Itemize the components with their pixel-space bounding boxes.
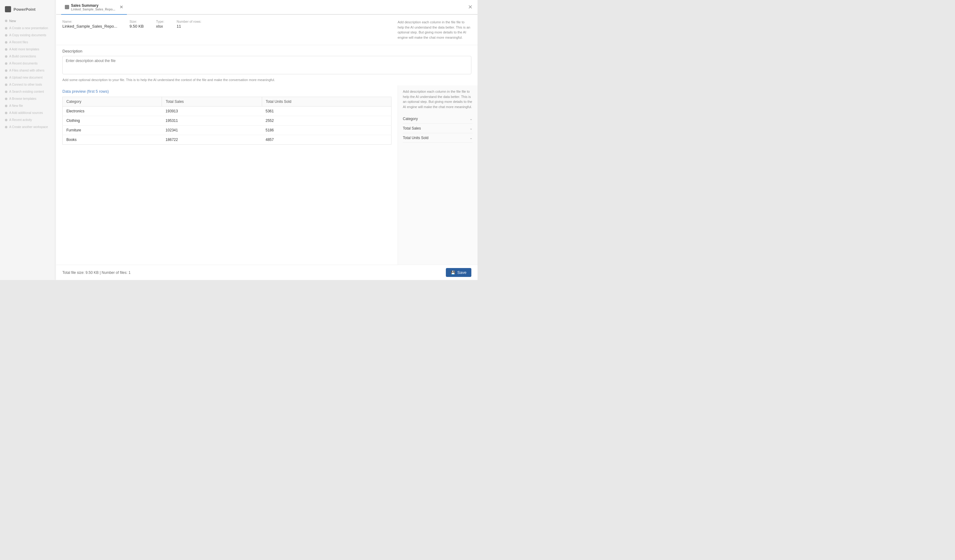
- sidebar-logo: PowerPoint: [0, 4, 55, 17]
- sidebar-dot: [5, 105, 7, 107]
- sidebar-item-label: A Add additional sources: [9, 111, 43, 114]
- sidebar-item-11: A Browse templates: [0, 95, 55, 102]
- cell-category: Electronics: [63, 106, 162, 116]
- sidebar-item-label: A Create another workspace: [9, 125, 48, 129]
- size-value: 9.50 KB: [130, 24, 144, 28]
- table-row: Clothing 195311 2552: [63, 116, 391, 126]
- file-size-item: Size: 9.50 KB: [130, 20, 144, 28]
- sidebar-dot: [5, 119, 7, 121]
- save-icon: 💾: [451, 270, 456, 275]
- sidebar-item-1: A Create a new presentation: [0, 25, 55, 32]
- modal-body: Data preview (first 5 rows) Category Tot…: [56, 85, 478, 265]
- save-label: Save: [457, 270, 467, 275]
- chevron-down-icon: ⌄: [470, 136, 473, 140]
- right-hint-text: Add description each column in the file …: [398, 20, 471, 40]
- sidebar-dot: [5, 76, 7, 79]
- modal-container: Sales Summary Linked_Sample_Sales_Repo..…: [56, 0, 478, 280]
- cell-total-sales: 195311: [162, 116, 262, 126]
- sidebar-item-label: A New file: [9, 104, 23, 108]
- sidebar-item-15: A Create another workspace: [0, 123, 55, 131]
- name-label: Name:: [63, 20, 117, 23]
- sidebar-dot: [5, 34, 7, 36]
- sidebar-item-6: A Recent documents: [0, 60, 55, 67]
- modal-tab-sales-summary[interactable]: Sales Summary Linked_Sample_Sales_Repo..…: [61, 0, 127, 15]
- modal-close-button[interactable]: ✕: [468, 4, 473, 11]
- sidebar-item-label: A Recent documents: [9, 62, 38, 65]
- tab-close-icon[interactable]: ✕: [119, 5, 123, 9]
- sidebar-dot: [5, 84, 7, 86]
- sidebar-item-2: A Copy existing documents: [0, 32, 55, 39]
- description-textarea[interactable]: [63, 56, 471, 74]
- file-name-item: Name: Linked_Sample_Sales_Repo...: [63, 20, 117, 28]
- sidebar-dot: [5, 62, 7, 65]
- column-label: Category: [403, 117, 418, 121]
- sidebar-item-14: A Recent activity: [0, 116, 55, 123]
- sidebar-dot: [5, 20, 7, 22]
- sidebar-item-10: A Search existing content: [0, 88, 55, 95]
- app-logo-text: PowerPoint: [14, 7, 36, 12]
- sidebar-dot: [5, 27, 7, 30]
- column-item[interactable]: Total Units Sold ⌄: [403, 133, 473, 143]
- sidebar-item-label: A Copy existing documents: [9, 33, 46, 37]
- sidebar-dot: [5, 48, 7, 51]
- column-item[interactable]: Total Sales ⌄: [403, 124, 473, 133]
- cell-category: Furniture: [63, 126, 162, 135]
- right-panel-hint: Add description each column in the file …: [403, 89, 473, 109]
- description-label: Description: [63, 49, 471, 53]
- type-value: xlsx: [156, 24, 164, 28]
- sidebar-item-label: A Connect to other tools: [9, 83, 42, 86]
- modal-tab-title-group: Sales Summary Linked_Sample_Sales_Repo..…: [71, 3, 115, 11]
- cell-total-sales: 186722: [162, 135, 262, 145]
- rows-label: Number of rows:: [177, 20, 202, 23]
- sidebar-item-label: A Browse templates: [9, 97, 36, 100]
- table-row: Furniture 102341 5186: [63, 126, 391, 135]
- sidebar-item-label: A Create a new presentation: [9, 27, 48, 30]
- sidebar-item-4: A Add more templates: [0, 46, 55, 53]
- name-value: Linked_Sample_Sales_Repo...: [63, 24, 117, 28]
- save-button[interactable]: 💾 Save: [446, 268, 471, 277]
- file-type-item: Type: xlsx: [156, 20, 164, 28]
- description-hint: Add some optional description to your fi…: [63, 78, 471, 82]
- footer-info: Total file size: 9.50 KB | Number of fil…: [63, 270, 131, 275]
- col-header-category: Category: [63, 97, 162, 106]
- description-section: Description Add some optional descriptio…: [56, 45, 478, 85]
- sidebar-item-7: A Files shared with others: [0, 67, 55, 74]
- sidebar-item-label: A Files shared with others: [9, 69, 45, 72]
- sidebar-item-12: A New file: [0, 102, 55, 109]
- cell-total-units-sold: 5361: [262, 106, 391, 116]
- chevron-down-icon: ⌄: [470, 117, 473, 121]
- app-logo-icon: [5, 6, 11, 12]
- sidebar-dot: [5, 90, 7, 93]
- column-item[interactable]: Category ⌄: [403, 114, 473, 124]
- sidebar-dot: [5, 55, 7, 58]
- sidebar-dot: [5, 112, 7, 114]
- col-header-total-sales: Total Sales: [162, 97, 262, 106]
- sidebar-dot: [5, 69, 7, 72]
- modal-tab-title: Sales Summary: [71, 3, 115, 8]
- sidebar-item-label: A Recent activity: [9, 118, 32, 122]
- sidebar-item-5: A Build connections: [0, 53, 55, 60]
- sidebar-item-label: New: [9, 19, 16, 23]
- column-label: Total Units Sold: [403, 136, 428, 140]
- modal-tab-filename: Linked_Sample_Sales_Repo...: [71, 8, 115, 11]
- sidebar-item-label: A Build connections: [9, 55, 36, 58]
- data-preview-table: Category Total Sales Total Units Sold El…: [63, 97, 391, 145]
- table-row: Electronics 193913 5361: [63, 106, 391, 116]
- file-icon: [65, 5, 69, 9]
- sidebar-item-9: A Connect to other tools: [0, 81, 55, 88]
- cell-category: Clothing: [63, 116, 162, 126]
- sidebar-dot: [5, 126, 7, 128]
- table-header-row: Category Total Sales Total Units Sold: [63, 97, 391, 106]
- type-label: Type:: [156, 20, 164, 23]
- chevron-down-icon: ⌄: [470, 126, 473, 131]
- modal-left-panel: Data preview (first 5 rows) Category Tot…: [56, 85, 398, 265]
- sidebar: PowerPoint New A Create a new presentati…: [0, 0, 55, 280]
- sidebar-item-label: A Recent files: [9, 41, 28, 44]
- cell-total-units-sold: 5186: [262, 126, 391, 135]
- rows-value: 11: [177, 24, 202, 28]
- col-header-total-units-sold: Total Units Sold: [262, 97, 391, 106]
- data-preview-title: Data preview (first 5 rows): [63, 89, 391, 94]
- sidebar-item-8: A Upload new document: [0, 74, 55, 81]
- cell-total-sales: 102341: [162, 126, 262, 135]
- cell-total-units-sold: 4857: [262, 135, 391, 145]
